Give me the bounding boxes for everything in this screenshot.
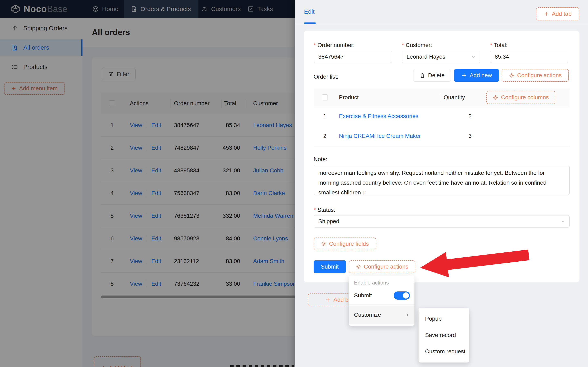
plus-icon bbox=[544, 11, 549, 17]
customer-label: Customer: bbox=[402, 42, 432, 48]
submit-toggle[interactable] bbox=[394, 292, 410, 300]
subtable-header-product: Product bbox=[336, 94, 440, 101]
subtable-row-index: 2 bbox=[314, 133, 336, 139]
dropdown-item-customize[interactable]: Customize bbox=[349, 306, 415, 324]
subtable-product-link[interactable]: Ninja CREAMi Ice Cream Maker bbox=[336, 133, 440, 139]
subtable-row: 1 Exercise & Fitness Accessories 2 bbox=[314, 106, 570, 126]
subtable-header-quantity: Quantity bbox=[440, 94, 475, 101]
tab-edit[interactable]: Edit bbox=[304, 8, 315, 15]
chevron-right-icon bbox=[405, 312, 410, 317]
customer-select-value: Leonard Hayes bbox=[407, 53, 445, 60]
configure-actions-button-footer[interactable]: Configure actions bbox=[349, 260, 415, 273]
order-number-input[interactable] bbox=[314, 51, 392, 63]
dropdown-item-submit[interactable]: Submit bbox=[349, 288, 415, 303]
configure-actions-button-top[interactable]: Configure actions bbox=[502, 69, 569, 82]
add-new-label: Add new bbox=[470, 72, 492, 79]
subtable-select-all-checkbox[interactable] bbox=[322, 94, 328, 100]
configure-fields-label: Configure fields bbox=[329, 241, 369, 247]
add-tab-button[interactable]: Add tab bbox=[536, 7, 579, 20]
total-input[interactable] bbox=[490, 51, 568, 63]
submit-button[interactable]: Submit bbox=[314, 260, 346, 273]
order-list-label: Order list: bbox=[314, 74, 338, 80]
configure-columns-label: Configure columns bbox=[501, 94, 549, 101]
order-number-label: Order number: bbox=[314, 42, 355, 48]
chevron-down-icon bbox=[560, 219, 566, 224]
subtable-row: 2 Ninja CREAMi Ice Cream Maker 3 bbox=[314, 126, 570, 146]
edit-form-card: Order number: Customer: Leonard Hayes To… bbox=[304, 31, 580, 283]
status-select-value: Shipped bbox=[318, 218, 339, 225]
customize-label: Customize bbox=[354, 312, 381, 318]
gear-icon bbox=[509, 73, 514, 78]
total-label: Total: bbox=[490, 42, 507, 48]
subtable-quantity: 2 bbox=[440, 113, 475, 119]
add-new-button[interactable]: Add new bbox=[454, 69, 499, 82]
submenu-item-custom-request[interactable]: Custom request bbox=[418, 343, 469, 360]
subtable-header: Product Quantity Configure columns bbox=[314, 88, 570, 106]
dropdown-submit-label: Submit bbox=[354, 292, 372, 299]
screen: NocoBase Home Orders & Products bbox=[0, 0, 588, 367]
configure-actions-dropdown: Enable actions Submit Customize bbox=[349, 275, 415, 326]
dropdown-divider bbox=[349, 304, 415, 305]
tab-active-indicator bbox=[304, 23, 316, 24]
customize-submenu: Popup Save record Custom request bbox=[418, 308, 469, 362]
submenu-item-popup[interactable]: Popup bbox=[418, 311, 469, 327]
subtable-product-link[interactable]: Exercise & Fitness Accessories bbox=[336, 113, 440, 119]
status-select[interactable]: Shipped bbox=[314, 215, 570, 227]
drawer-mask[interactable] bbox=[0, 0, 295, 367]
plus-icon bbox=[326, 297, 331, 302]
plus-icon bbox=[461, 73, 467, 78]
gear-icon bbox=[493, 95, 498, 100]
configure-actions-footer-label: Configure actions bbox=[364, 263, 408, 270]
chevron-down-icon bbox=[471, 54, 476, 59]
gear-icon bbox=[356, 264, 361, 269]
edit-drawer: Edit Add tab Order number: Customer: Leo… bbox=[295, 0, 588, 367]
submit-label: Submit bbox=[321, 263, 338, 270]
delete-button[interactable]: Delete bbox=[413, 69, 451, 82]
status-label: Status: bbox=[314, 207, 335, 213]
tabbar-border bbox=[295, 24, 588, 24]
configure-columns-button[interactable]: Configure columns bbox=[486, 91, 555, 104]
gear-icon bbox=[321, 241, 326, 247]
add-tab-label: Add tab bbox=[552, 11, 572, 17]
delete-label: Delete bbox=[428, 72, 445, 79]
submenu-item-save-record[interactable]: Save record bbox=[418, 327, 469, 343]
subtable-header-checkbox-cell bbox=[314, 94, 336, 100]
configure-actions-label: Configure actions bbox=[517, 72, 562, 79]
enable-actions-group-label: Enable actions bbox=[349, 277, 415, 288]
order-list-subtable: Product Quantity Configure columns bbox=[314, 88, 570, 146]
trash-icon bbox=[420, 73, 425, 78]
app-region: NocoBase Home Orders & Products bbox=[0, 0, 295, 367]
configure-fields-button[interactable]: Configure fields bbox=[314, 238, 376, 250]
subtable-quantity: 3 bbox=[440, 133, 475, 139]
subtable-row-index: 1 bbox=[314, 113, 336, 119]
note-textarea[interactable]: moreover man feelings own shy. Request n… bbox=[314, 165, 570, 195]
note-label: Note: bbox=[314, 156, 327, 163]
subtable-body: 1 Exercise & Fitness Accessories 2 2 Nin… bbox=[314, 106, 570, 146]
customer-select[interactable]: Leonard Hayes bbox=[402, 51, 480, 63]
